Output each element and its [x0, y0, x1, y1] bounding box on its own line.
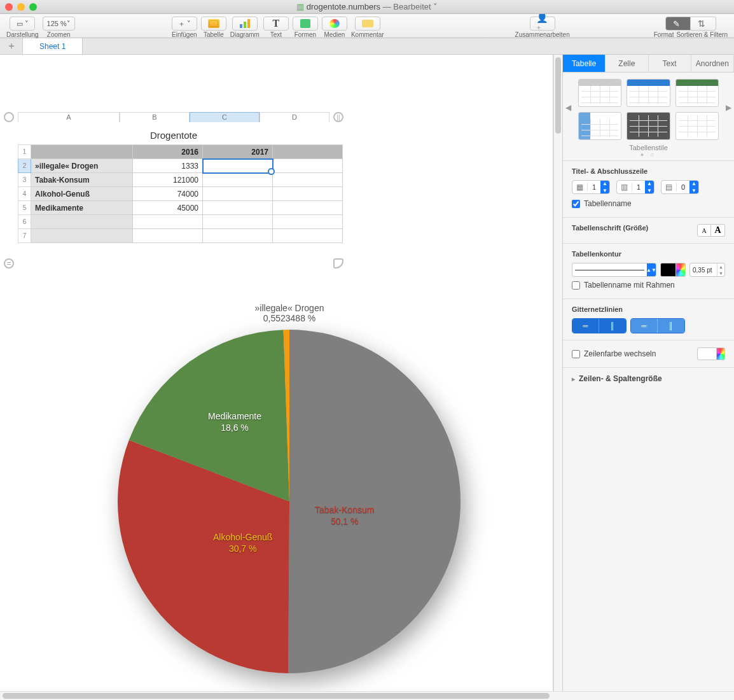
- table-style-5[interactable]: [627, 112, 670, 140]
- cell-A7[interactable]: [31, 229, 133, 243]
- tab-tabelle[interactable]: Tabelle: [563, 55, 606, 72]
- resize-table-handle[interactable]: [333, 258, 343, 269]
- cell-C7[interactable]: [203, 229, 273, 243]
- cell-D5[interactable]: [273, 201, 343, 215]
- table-corner-handle[interactable]: [4, 112, 14, 122]
- cell-B6[interactable]: [133, 215, 203, 229]
- cell-C6[interactable]: [203, 215, 273, 229]
- canvas[interactable]: || = A B C D Drogentote 1 2016 2017 2: [0, 55, 553, 691]
- footer-rows-stepper[interactable]: ▤0▲▼: [661, 180, 699, 194]
- alternating-color-swatch[interactable]: [697, 347, 725, 360]
- add-sheet-button[interactable]: ＋: [0, 38, 23, 54]
- row-2[interactable]: 2: [18, 159, 31, 173]
- media-button[interactable]: [322, 17, 347, 31]
- cell-B7[interactable]: [133, 229, 203, 243]
- color-wheel-icon[interactable]: [675, 263, 686, 277]
- col-D[interactable]: D: [260, 112, 329, 122]
- section-font-size: Tabellenschrift (Größe): [572, 224, 648, 232]
- cell-C3[interactable]: [203, 173, 273, 187]
- add-column-handle[interactable]: ||: [333, 112, 343, 122]
- view-button[interactable]: ▭ ˅: [10, 17, 35, 31]
- row-7[interactable]: 7: [18, 229, 31, 243]
- cell-A5[interactable]: Medikamente: [31, 201, 133, 215]
- vertical-scrollbar[interactable]: [553, 55, 562, 691]
- chart-button[interactable]: [232, 17, 258, 31]
- grid-h-body[interactable]: ═: [572, 319, 599, 333]
- comment-button[interactable]: [355, 17, 380, 31]
- cell-D7[interactable]: [273, 229, 343, 243]
- col-A[interactable]: A: [18, 112, 120, 122]
- row-1[interactable]: 1: [18, 145, 31, 159]
- table-style-3[interactable]: [675, 79, 719, 107]
- styles-next-icon[interactable]: ▶: [726, 103, 731, 112]
- cell-A6[interactable]: [31, 215, 133, 229]
- table-title[interactable]: Drogentote: [18, 126, 329, 144]
- tab-zelle[interactable]: Zelle: [606, 55, 648, 72]
- insert-button[interactable]: ＋ ˅: [172, 17, 197, 31]
- cell-B2[interactable]: 1333: [133, 159, 203, 173]
- section-gridlines: Gitternetzlinien: [572, 305, 725, 313]
- cell-B5[interactable]: 45000: [133, 201, 203, 215]
- name-with-frame-checkbox[interactable]: Tabellenname mit Rahmen: [572, 281, 725, 290]
- sheet-tab-1[interactable]: Sheet 1: [23, 38, 83, 54]
- outline-color-swatch[interactable]: [660, 263, 686, 277]
- cell-C5[interactable]: [203, 201, 273, 215]
- grid-v-body[interactable]: ║: [599, 319, 626, 333]
- cell-C1[interactable]: 2017: [203, 145, 273, 159]
- collaborate-button[interactable]: 👤⁺: [530, 17, 555, 31]
- table-style-2[interactable]: [627, 79, 670, 107]
- alternating-rows-checkbox[interactable]: Zeilenfarbe wechseln: [572, 349, 656, 358]
- table-button[interactable]: [201, 17, 226, 31]
- font-smaller-button[interactable]: A: [697, 224, 711, 237]
- tab-anordnen[interactable]: Anordnen: [691, 55, 734, 72]
- cell-C4[interactable]: [203, 187, 273, 201]
- row-6[interactable]: 6: [18, 215, 31, 229]
- cell-C2-selected[interactable]: [203, 159, 273, 173]
- sort-icon: ⇅: [698, 18, 708, 29]
- add-row-handle[interactable]: =: [4, 258, 14, 269]
- col-B[interactable]: B: [120, 112, 190, 122]
- row-4[interactable]: 4: [18, 187, 31, 201]
- header-rows-stepper[interactable]: ▦1▲▼: [572, 180, 610, 194]
- cell-D2[interactable]: [273, 159, 343, 173]
- cell-B3[interactable]: 121000: [133, 173, 203, 187]
- tab-text[interactable]: Text: [649, 55, 691, 72]
- format-button[interactable]: ✎: [665, 17, 691, 31]
- cell-D4[interactable]: [273, 187, 343, 201]
- cell-B4[interactable]: 74000: [133, 187, 203, 201]
- cell-D3[interactable]: [273, 173, 343, 187]
- zoom-select[interactable]: 125 % ˅: [43, 17, 75, 31]
- col-C[interactable]: C: [190, 112, 260, 122]
- grid-v-header[interactable]: ║: [658, 319, 684, 333]
- shapes-button[interactable]: [293, 17, 318, 31]
- row-3[interactable]: 3: [18, 173, 31, 187]
- styles-prev-icon[interactable]: ◀: [565, 103, 571, 112]
- cell-A2[interactable]: »illegale« Drogen: [31, 159, 133, 173]
- insert-label: Einfügen: [172, 31, 197, 38]
- font-larger-button[interactable]: A: [711, 224, 725, 237]
- horizontal-scrollbar[interactable]: [0, 691, 734, 700]
- tablename-checkbox[interactable]: Tabellenname: [572, 199, 725, 208]
- outline-width-input[interactable]: 0,35 pt▲▼: [689, 263, 725, 277]
- cell-A4[interactable]: Alkohol-Genuß: [31, 187, 133, 201]
- pie-chart[interactable]: »illegale« Drogen 0,5523488 %: [105, 303, 474, 673]
- cell-A3[interactable]: Tabak-Konsum: [31, 173, 133, 187]
- sort-filter-button[interactable]: ⇅: [691, 17, 716, 31]
- table-style-6[interactable]: [675, 112, 719, 140]
- text-button[interactable]: T: [263, 17, 289, 31]
- outline-style-select[interactable]: ▲▼: [572, 263, 656, 277]
- color-wheel-icon[interactable]: [716, 347, 725, 360]
- table-style-1[interactable]: [578, 79, 621, 107]
- table-style-4[interactable]: [578, 112, 621, 140]
- cell-D1[interactable]: [273, 145, 343, 159]
- header-cols-stepper[interactable]: ▥1▲▼: [616, 180, 654, 194]
- cell-B1[interactable]: 2016: [133, 145, 203, 159]
- cell-D6[interactable]: [273, 215, 343, 229]
- styles-caption: Tabellenstile: [567, 144, 730, 151]
- styles-page-dots[interactable]: ● ○: [567, 151, 730, 158]
- cell-A1[interactable]: [31, 145, 133, 159]
- grid-h-header[interactable]: ═: [631, 319, 658, 333]
- row-col-size-disclosure[interactable]: Zeilen- & Spaltengröße: [563, 367, 734, 389]
- title-chevron-icon[interactable]: ˅: [433, 2, 438, 11]
- row-5[interactable]: 5: [18, 201, 31, 215]
